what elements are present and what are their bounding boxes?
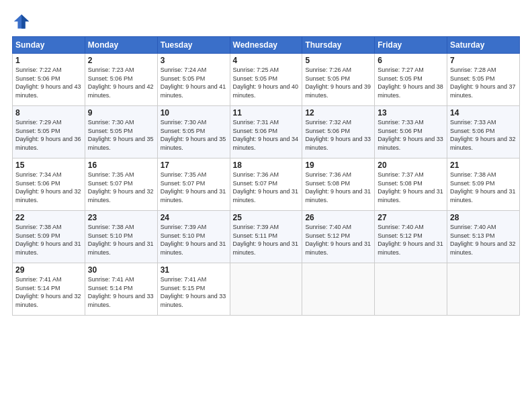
day-number: 2: [88, 56, 154, 65]
day-info: Sunrise: 7:30 AM Sunset: 5:05 PM Dayligh…: [88, 118, 154, 152]
calendar-week-5: 29 Sunrise: 7:41 AM Sunset: 5:14 PM Dayl…: [13, 263, 520, 316]
day-number: 13: [378, 108, 444, 118]
day-number: 31: [161, 265, 227, 275]
logo: [12, 12, 34, 31]
calendar-cell: 21 Sunrise: 7:38 AM Sunset: 5:09 PM Dayl…: [447, 158, 520, 211]
day-info: Sunrise: 7:23 AM Sunset: 5:06 PM Dayligh…: [88, 66, 154, 99]
day-number: 7: [450, 56, 517, 65]
day-number: 6: [378, 56, 444, 65]
calendar-cell: 31 Sunrise: 7:41 AM Sunset: 5:15 PM Dayl…: [157, 263, 230, 316]
day-info: Sunrise: 7:29 AM Sunset: 5:05 PM Dayligh…: [15, 118, 82, 152]
day-number: 14: [450, 108, 517, 118]
day-number: 23: [88, 213, 154, 222]
day-number: 21: [450, 161, 517, 170]
day-number: 15: [15, 161, 82, 170]
calendar-cell: 12 Sunrise: 7:32 AM Sunset: 5:06 PM Dayl…: [302, 106, 375, 158]
day-number: 28: [450, 213, 517, 222]
day-header-monday: Monday: [85, 37, 157, 54]
day-number: 11: [233, 108, 300, 118]
day-number: 18: [233, 161, 300, 170]
day-info: Sunrise: 7:39 AM Sunset: 5:11 PM Dayligh…: [233, 223, 300, 257]
calendar-cell: 28 Sunrise: 7:40 AM Sunset: 5:13 PM Dayl…: [447, 211, 520, 263]
day-info: Sunrise: 7:33 AM Sunset: 5:06 PM Dayligh…: [450, 118, 517, 152]
day-number: 20: [378, 161, 444, 170]
calendar-header: SundayMondayTuesdayWednesdayThursdayFrid…: [13, 37, 520, 54]
calendar-cell: [375, 263, 447, 316]
day-info: Sunrise: 7:35 AM Sunset: 5:07 PM Dayligh…: [88, 171, 154, 204]
calendar-cell: 2 Sunrise: 7:23 AM Sunset: 5:06 PM Dayli…: [85, 54, 157, 106]
day-number: 12: [305, 108, 371, 118]
day-info: Sunrise: 7:41 AM Sunset: 5:15 PM Dayligh…: [161, 275, 227, 309]
day-info: Sunrise: 7:28 AM Sunset: 5:05 PM Dayligh…: [450, 66, 517, 99]
calendar-cell: 5 Sunrise: 7:26 AM Sunset: 5:05 PM Dayli…: [302, 54, 375, 106]
calendar-cell: 3 Sunrise: 7:24 AM Sunset: 5:05 PM Dayli…: [157, 54, 230, 106]
day-info: Sunrise: 7:24 AM Sunset: 5:05 PM Dayligh…: [161, 66, 227, 99]
day-info: Sunrise: 7:31 AM Sunset: 5:06 PM Dayligh…: [233, 118, 300, 152]
day-number: 30: [88, 265, 154, 275]
calendar-cell: 7 Sunrise: 7:28 AM Sunset: 5:05 PM Dayli…: [447, 54, 520, 106]
day-info: Sunrise: 7:36 AM Sunset: 5:08 PM Dayligh…: [305, 171, 371, 204]
calendar-cell: 8 Sunrise: 7:29 AM Sunset: 5:05 PM Dayli…: [13, 106, 85, 158]
day-header-wednesday: Wednesday: [230, 37, 302, 54]
day-info: Sunrise: 7:34 AM Sunset: 5:06 PM Dayligh…: [15, 171, 82, 204]
calendar-cell: 1 Sunrise: 7:22 AM Sunset: 5:06 PM Dayli…: [13, 54, 85, 106]
day-info: Sunrise: 7:33 AM Sunset: 5:06 PM Dayligh…: [378, 118, 444, 152]
calendar-cell: 15 Sunrise: 7:34 AM Sunset: 5:06 PM Dayl…: [13, 158, 85, 211]
calendar-cell: [447, 263, 520, 316]
day-number: 3: [161, 56, 227, 65]
day-info: Sunrise: 7:40 AM Sunset: 5:12 PM Dayligh…: [378, 223, 444, 257]
calendar-cell: 26 Sunrise: 7:40 AM Sunset: 5:12 PM Dayl…: [302, 211, 375, 263]
calendar-cell: 16 Sunrise: 7:35 AM Sunset: 5:07 PM Dayl…: [85, 158, 157, 211]
day-info: Sunrise: 7:40 AM Sunset: 5:13 PM Dayligh…: [450, 223, 517, 257]
day-info: Sunrise: 7:26 AM Sunset: 5:05 PM Dayligh…: [305, 66, 371, 99]
calendar-cell: [230, 263, 302, 316]
day-header-tuesday: Tuesday: [157, 37, 230, 54]
day-header-sunday: Sunday: [13, 37, 85, 54]
day-header-thursday: Thursday: [302, 37, 375, 54]
day-info: Sunrise: 7:37 AM Sunset: 5:08 PM Dayligh…: [378, 171, 444, 204]
day-number: 8: [15, 108, 82, 118]
calendar-cell: 23 Sunrise: 7:38 AM Sunset: 5:10 PM Dayl…: [85, 211, 157, 263]
day-number: 4: [233, 56, 300, 65]
day-number: 1: [15, 56, 82, 65]
calendar-cell: 14 Sunrise: 7:33 AM Sunset: 5:06 PM Dayl…: [447, 106, 520, 158]
day-number: 22: [15, 213, 82, 222]
calendar-week-4: 22 Sunrise: 7:38 AM Sunset: 5:09 PM Dayl…: [13, 211, 520, 263]
day-info: Sunrise: 7:30 AM Sunset: 5:05 PM Dayligh…: [161, 118, 227, 152]
day-header-saturday: Saturday: [447, 37, 520, 54]
calendar-cell: 11 Sunrise: 7:31 AM Sunset: 5:06 PM Dayl…: [230, 106, 302, 158]
calendar-week-3: 15 Sunrise: 7:34 AM Sunset: 5:06 PM Dayl…: [13, 158, 520, 211]
calendar-table: SundayMondayTuesdayWednesdayThursdayFrid…: [12, 36, 520, 316]
calendar-cell: 25 Sunrise: 7:39 AM Sunset: 5:11 PM Dayl…: [230, 211, 302, 263]
calendar-cell: [302, 263, 375, 316]
day-number: 17: [161, 161, 227, 170]
logo-icon: [12, 12, 31, 31]
svg-marker-1: [21, 15, 29, 29]
day-info: Sunrise: 7:38 AM Sunset: 5:09 PM Dayligh…: [15, 223, 82, 257]
calendar-cell: 20 Sunrise: 7:37 AM Sunset: 5:08 PM Dayl…: [375, 158, 447, 211]
calendar-cell: 22 Sunrise: 7:38 AM Sunset: 5:09 PM Dayl…: [13, 211, 85, 263]
day-number: 19: [305, 161, 371, 170]
calendar-cell: 27 Sunrise: 7:40 AM Sunset: 5:12 PM Dayl…: [375, 211, 447, 263]
day-number: 27: [378, 213, 444, 222]
calendar-cell: 4 Sunrise: 7:25 AM Sunset: 5:05 PM Dayli…: [230, 54, 302, 106]
page-header: [12, 12, 520, 31]
calendar-cell: 18 Sunrise: 7:36 AM Sunset: 5:07 PM Dayl…: [230, 158, 302, 211]
day-info: Sunrise: 7:22 AM Sunset: 5:06 PM Dayligh…: [15, 66, 82, 99]
day-info: Sunrise: 7:27 AM Sunset: 5:05 PM Dayligh…: [378, 66, 444, 99]
calendar-cell: 17 Sunrise: 7:35 AM Sunset: 5:07 PM Dayl…: [157, 158, 230, 211]
calendar-cell: 9 Sunrise: 7:30 AM Sunset: 5:05 PM Dayli…: [85, 106, 157, 158]
day-info: Sunrise: 7:39 AM Sunset: 5:10 PM Dayligh…: [161, 223, 227, 257]
day-info: Sunrise: 7:32 AM Sunset: 5:06 PM Dayligh…: [305, 118, 371, 152]
day-info: Sunrise: 7:38 AM Sunset: 5:09 PM Dayligh…: [450, 171, 517, 204]
day-number: 16: [88, 161, 154, 170]
day-info: Sunrise: 7:25 AM Sunset: 5:05 PM Dayligh…: [233, 66, 300, 99]
day-number: 29: [15, 265, 82, 275]
calendar-cell: 29 Sunrise: 7:41 AM Sunset: 5:14 PM Dayl…: [13, 263, 85, 316]
calendar-cell: 30 Sunrise: 7:41 AM Sunset: 5:14 PM Dayl…: [85, 263, 157, 316]
day-header-friday: Friday: [375, 37, 447, 54]
day-number: 24: [161, 213, 227, 222]
day-info: Sunrise: 7:35 AM Sunset: 5:07 PM Dayligh…: [161, 171, 227, 204]
day-info: Sunrise: 7:40 AM Sunset: 5:12 PM Dayligh…: [305, 223, 371, 257]
calendar-week-1: 1 Sunrise: 7:22 AM Sunset: 5:06 PM Dayli…: [13, 54, 520, 106]
